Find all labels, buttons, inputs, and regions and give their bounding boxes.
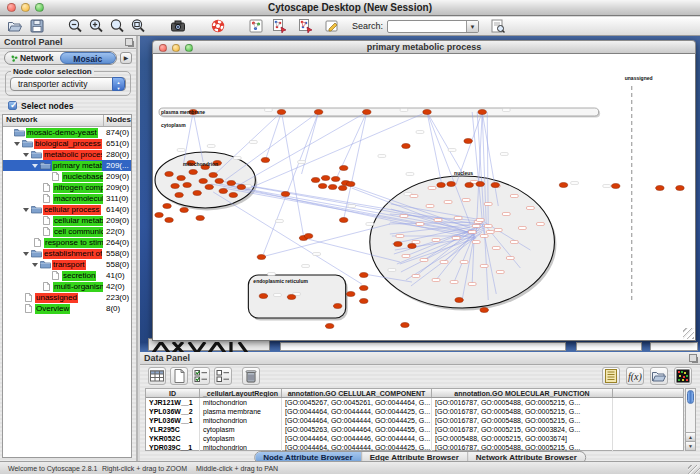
attribute-table-icon[interactable]: [148, 367, 166, 385]
tab-mosaic[interactable]: Mosaic: [60, 52, 117, 64]
tree-item-biological-process[interactable]: biological_process651(0): [3, 138, 131, 149]
graph-node[interactable]: [455, 298, 463, 303]
help-ring-icon[interactable]: [210, 18, 226, 34]
graph-node[interactable]: [180, 208, 188, 213]
tree-item-response-to-stimulu[interactable]: response to stimulu264(0): [3, 237, 131, 248]
graph-node[interactable]: [261, 158, 269, 163]
tree-item-transport[interactable]: transport558(0): [3, 259, 131, 270]
tree-item-nitrogen-compo[interactable]: nitrogen compo209(0): [3, 182, 131, 193]
graph-node[interactable]: [347, 182, 355, 187]
table-cell[interactable]: mitochondrion: [200, 398, 282, 407]
column-header-0[interactable]: ID: [146, 389, 200, 397]
table-cell[interactable]: [GO:0016787, GO:0005488, GO:0005215, G..…: [432, 416, 613, 425]
graph-node[interactable]: [360, 286, 368, 291]
graph-node[interactable]: [163, 204, 171, 209]
graph-node[interactable]: [165, 218, 173, 223]
table-cell[interactable]: [GO:0005488, GO:0005215, GO:0003674]: [432, 434, 613, 443]
expand-arrow-icon[interactable]: [23, 208, 29, 212]
tree-item-overview[interactable]: Overview8(0): [3, 303, 131, 314]
vizmapper-icon[interactable]: [248, 18, 264, 34]
node-color-combobox[interactable]: transporter activity▲▼: [10, 77, 126, 91]
graph-node[interactable]: [437, 183, 445, 188]
graph-node[interactable]: [333, 304, 341, 309]
open-file-icon[interactable]: [7, 18, 23, 34]
graph-node[interactable]: [277, 110, 285, 115]
tab-network[interactable]: Network: [5, 52, 60, 64]
expand-arrow-icon[interactable]: [14, 142, 20, 146]
graph-node[interactable]: [196, 216, 204, 221]
tree-item-primary-metabo[interactable]: primary metabo209(...: [3, 160, 131, 171]
tree-column-network[interactable]: Network: [3, 115, 104, 126]
graph-node[interactable]: [339, 218, 347, 223]
graph-node[interactable]: [676, 186, 684, 191]
table-cell[interactable]: [GO:0044464, GO:0044446, GO:0044444, G..…: [282, 434, 432, 443]
tree-item-cell-communicat[interactable]: cell communicat22(0): [3, 226, 131, 237]
window-resize-grip-icon[interactable]: [688, 465, 700, 474]
graph-node[interactable]: [171, 184, 179, 189]
table-scrollbar[interactable]: ▲ ▼: [685, 388, 696, 451]
graph-node[interactable]: [465, 183, 473, 188]
graph-node[interactable]: [281, 192, 289, 197]
attribute-matrix-icon[interactable]: [674, 367, 692, 385]
graph-node[interactable]: [287, 295, 295, 300]
scroll-down-icon[interactable]: ▼: [686, 441, 695, 450]
column-header-1[interactable]: _cellularLayoutRegion: [200, 389, 282, 397]
expand-arrow-icon[interactable]: [32, 263, 38, 267]
graph-node[interactable]: [491, 183, 499, 188]
background-window-fragment[interactable]: [650, 342, 698, 351]
tree-item-mosaic-demo-yeast[interactable]: mosaic-demo-yeast874(0): [3, 127, 131, 138]
import-attributes-icon[interactable]: [650, 367, 668, 385]
table-cell[interactable]: cytoplasm: [200, 425, 282, 434]
zoom-fit-icon[interactable]: [130, 18, 146, 34]
graph-node[interactable]: [338, 186, 346, 191]
graph-node[interactable]: [227, 181, 235, 186]
graph-node[interactable]: [447, 182, 455, 187]
graph-node[interactable]: [402, 144, 410, 149]
tree-item-macromolecule[interactable]: macromolecule311(0): [3, 193, 131, 204]
graph-node[interactable]: [401, 323, 409, 328]
table-cell[interactable]: YKR052C: [146, 434, 200, 443]
tree-column-nodes[interactable]: Nodes: [104, 115, 131, 126]
table-cell[interactable]: YDR039C__1: [146, 443, 200, 452]
graph-node[interactable]: [611, 184, 619, 189]
graph-node[interactable]: [328, 185, 336, 190]
network-tree-header[interactable]: Network Nodes: [3, 115, 131, 127]
background-window-fragment[interactable]: [576, 342, 642, 351]
snapshot-icon[interactable]: [170, 18, 186, 34]
select-attributes-icon[interactable]: [192, 367, 210, 385]
graph-node[interactable]: [339, 166, 347, 171]
graph-node[interactable]: [656, 186, 664, 191]
graph-node[interactable]: [331, 177, 339, 182]
attribute-table[interactable]: ID_cellularLayoutRegionannotation.GO CEL…: [145, 388, 684, 451]
background-window-fragment[interactable]: [280, 342, 566, 351]
expand-arrow-icon[interactable]: [23, 153, 29, 157]
app-titlebar[interactable]: Cytoscape Desktop (New Session): [0, 0, 700, 16]
tree-item-secretion[interactable]: secretion41(0): [3, 270, 131, 281]
float-panel-icon[interactable]: [125, 38, 133, 46]
table-row[interactable]: YPL036W__1mitochondrion[GO:0044464, GO:0…: [146, 416, 683, 425]
graph-node[interactable]: [219, 189, 227, 194]
graph-node[interactable]: [155, 213, 163, 218]
expand-arrow-icon[interactable]: [32, 164, 38, 168]
graph-node[interactable]: [177, 176, 185, 181]
unselect-attributes-icon[interactable]: [214, 367, 232, 385]
graph-node[interactable]: [215, 179, 223, 184]
table-cell[interactable]: cytoplasm: [200, 434, 282, 443]
tree-item-cellular-metabol[interactable]: cellular metabol209(0): [3, 215, 131, 226]
table-cell[interactable]: YPL036W__2: [146, 407, 200, 416]
graph-node[interactable]: [205, 185, 213, 190]
expand-arrow-icon[interactable]: [23, 252, 29, 256]
search-dropdown-arrow-icon[interactable]: ▼: [466, 21, 478, 32]
zoom-selected-icon[interactable]: [109, 18, 125, 34]
graph-node[interactable]: [237, 185, 245, 190]
new-network-from-selected-edges-icon[interactable]: [298, 18, 314, 34]
graph-node[interactable]: [408, 244, 416, 249]
tree-item-establishment-of-lo[interactable]: establishment of lo558(0): [3, 248, 131, 259]
zoom-out-icon[interactable]: [67, 18, 83, 34]
zoom-in-icon[interactable]: [88, 18, 104, 34]
float-data-panel-icon[interactable]: [689, 354, 697, 362]
table-cell[interactable]: YPL036W__1: [146, 416, 200, 425]
tree-item-unassigned[interactable]: unassigned223(0): [3, 292, 131, 303]
table-cell[interactable]: mitochondrion: [200, 416, 282, 425]
graph-node[interactable]: [478, 110, 486, 115]
